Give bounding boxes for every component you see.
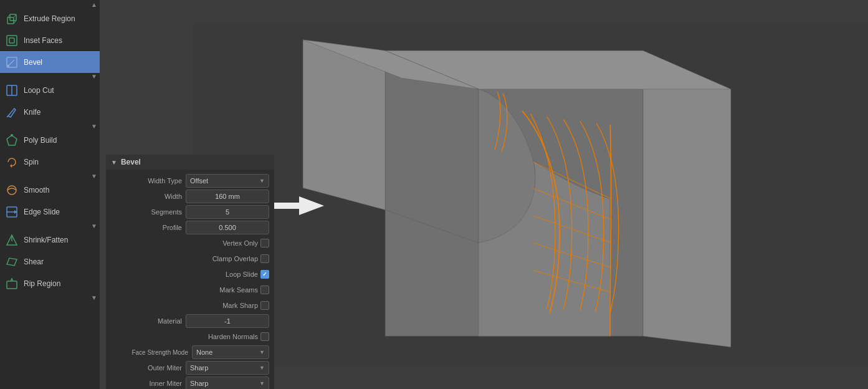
loop-slide-label: Loop Slide [226,271,258,278]
sidebar-item-label: Smooth [24,186,49,194]
scroll-arrow-3: ▼ [0,173,100,179]
smooth-icon [5,183,19,197]
svg-marker-11 [7,135,17,145]
sidebar-item-loop-cut[interactable]: Loop Cut [0,79,100,101]
sidebar-item-extrude-region[interactable]: Extrude Region [0,7,100,29]
width-type-label: Width Type [111,177,186,185]
svg-marker-13 [10,164,12,168]
svg-marker-33 [274,196,324,215]
spin-icon [5,155,19,169]
panel-header-bevel[interactable]: ▼ Bevel [106,155,274,170]
material-label: Material [111,317,186,325]
shear-icon [5,255,19,269]
face-strength-mode-dropdown[interactable]: None ▼ [192,345,269,359]
face-strength-mode-label: Face Strength Mode [111,349,192,356]
segments-row: Segments 5 [111,205,269,219]
sidebar-item-smooth[interactable]: Smooth [0,179,100,201]
sidebar-item-label: Knife [24,108,41,117]
harden-normals-label: Harden Normals [208,333,258,340]
bevel-icon [5,55,19,69]
bevel-panel: ▼ Bevel Width Type Offset ▼ Width 1 [106,155,274,389]
sidebar-item-bevel[interactable]: Bevel [0,51,100,73]
outer-miter-dropdown[interactable]: Sharp ▼ [186,361,269,375]
scroll-arrow-1: ▼ [0,73,100,79]
knife-icon [5,105,19,119]
sidebar-item-shear[interactable]: Shear [0,251,100,272]
material-row: Material -1 [111,314,269,328]
sidebar-item-poly-build[interactable]: Poly Build [0,129,100,151]
dropdown-arrow: ▼ [259,178,265,184]
sidebar-item-label: Shear [24,257,44,266]
loop-cut-icon [5,84,19,97]
width-label: Width [111,193,186,200]
inner-miter-row: Inner Miter Sharp ▼ [111,377,269,389]
outer-miter-dropdown-arrow: ▼ [259,365,265,371]
sidebar-item-label: Loop Cut [24,86,54,95]
svg-marker-23 [643,50,731,347]
sidebar-item-inset-faces[interactable]: Inset Faces [0,29,100,51]
mark-sharp-checkbox[interactable] [260,301,269,310]
inner-miter-dropdown[interactable]: Sharp ▼ [186,377,269,389]
sidebar-item-rip-region[interactable]: Rip Region [0,272,100,294]
outer-miter-row: Outer Miter Sharp ▼ [111,361,269,375]
segments-field[interactable]: 5 [186,205,269,219]
rip-region-icon [5,277,19,291]
sidebar-item-label: Rip Region [24,279,60,288]
svg-point-12 [11,134,13,137]
mark-seams-label: Mark Seams [219,286,258,294]
inner-miter-label: Inner Miter [111,380,186,387]
profile-field[interactable]: 0.500 [186,221,269,234]
vertex-only-checkbox[interactable] [260,239,269,247]
width-type-dropdown[interactable]: Offset ▼ [186,174,269,188]
panel-title: Bevel [121,158,141,166]
sidebar-item-label: Inset Faces [24,36,62,45]
mark-seams-checkbox[interactable] [260,286,269,294]
sidebar-item-label: Bevel [24,58,42,67]
sidebar: ▲ Extrude Region Inset Faces [0,0,100,389]
outer-miter-label: Outer Miter [111,364,186,372]
svg-rect-20 [7,281,17,289]
face-strength-mode-row: Face Strength Mode None ▼ [111,345,269,359]
scroll-arrow-4: ▼ [0,223,100,229]
panel-body: Width Type Offset ▼ Width 160 mm [106,170,274,389]
harden-normals-row: Harden Normals [111,330,269,343]
scroll-down-arrow: ▼ [0,294,100,300]
clamp-overlap-label: Clamp Overlap [212,255,258,262]
sidebar-item-label: Extrude Region [24,14,75,23]
mark-sharp-label: Mark Sharp [222,302,258,309]
sidebar-item-label: Spin [24,158,39,166]
sidebar-item-spin[interactable]: Spin [0,151,100,173]
harden-normals-checkbox[interactable] [260,332,269,341]
sidebar-item-label: Poly Build [24,136,57,145]
face-strength-dropdown-arrow: ▼ [259,349,265,355]
svg-point-14 [7,186,16,194]
vertex-only-row: Vertex Only [111,236,269,250]
arrow-indicator [274,193,324,224]
vertex-only-label: Vertex Only [222,239,258,247]
width-field[interactable]: 160 mm [186,190,269,203]
svg-rect-6 [9,38,14,43]
mark-seams-row: Mark Seams [111,283,269,297]
sidebar-item-shrink-flatten[interactable]: Shrink/Fatten [0,229,100,251]
sidebar-item-knife[interactable]: Knife [0,101,100,123]
width-type-row: Width Type Offset ▼ [111,174,269,188]
inner-miter-dropdown-arrow: ▼ [259,380,265,387]
scroll-arrow-2: ▼ [0,123,100,129]
mark-sharp-row: Mark Sharp [111,299,269,312]
loop-slide-checkbox[interactable] [260,270,269,279]
segments-label: Segments [111,208,186,216]
loop-slide-row: Loop Slide [111,267,269,281]
clamp-overlap-checkbox[interactable] [260,254,269,263]
sidebar-item-edge-slide[interactable]: Edge Slide [0,201,100,223]
extrude-region-icon [5,12,19,26]
svg-rect-5 [7,36,17,46]
clamp-overlap-row: Clamp Overlap [111,252,269,266]
shrink-flatten-icon [5,233,19,247]
width-type-value: Offset ▼ [186,174,269,188]
material-field[interactable]: -1 [186,314,269,328]
profile-row: Profile 0.500 [111,221,269,234]
scroll-up-arrow: ▲ [0,1,100,7]
width-row: Width 160 mm [111,190,269,203]
sidebar-item-label: Edge Slide [24,208,60,216]
sidebar-item-label: Shrink/Fatten [24,236,68,244]
